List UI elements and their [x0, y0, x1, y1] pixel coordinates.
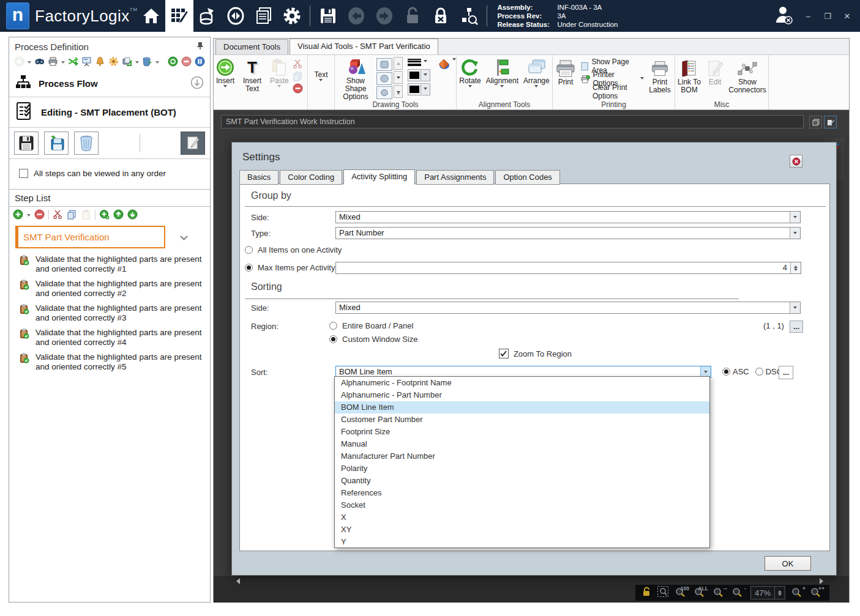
- gear-icon[interactable]: [108, 56, 119, 67]
- materials-button[interactable]: [193, 0, 222, 32]
- sort-option[interactable]: Socket: [335, 499, 709, 511]
- sort-option[interactable]: Alphanumeric - Part Number: [335, 389, 709, 401]
- zoom-all-button[interactable]: ALL: [694, 587, 707, 599]
- dsc-radio[interactable]: [755, 368, 763, 376]
- copy-ribbon-icon[interactable]: [293, 71, 303, 81]
- groupby-side-select[interactable]: Mixed: [335, 211, 801, 223]
- sort-option[interactable]: Manual: [335, 438, 709, 450]
- zoom-level-input[interactable]: 47%: [750, 586, 785, 599]
- shuffle-icon[interactable]: [68, 56, 78, 67]
- settings-tab[interactable]: Basics: [239, 170, 279, 185]
- minimize-button[interactable]: –: [802, 12, 813, 21]
- all-items-radio[interactable]: [245, 246, 253, 254]
- undo-button[interactable]: [342, 0, 370, 32]
- zoom-to-region-checkbox[interactable]: [499, 349, 509, 358]
- print-dropdown-caret[interactable]: [61, 61, 65, 65]
- presentation-icon[interactable]: [81, 56, 92, 67]
- sync-button[interactable]: [222, 0, 250, 32]
- paste-icon[interactable]: [81, 209, 91, 220]
- sort-option[interactable]: Customer Part Number: [335, 414, 709, 426]
- horizontal-scrollbar[interactable]: [231, 576, 828, 585]
- sort-option[interactable]: Manufacturer Part Number: [335, 450, 709, 462]
- copy-layout-icon[interactable]: [809, 116, 822, 128]
- entire-board-radio[interactable]: [329, 322, 337, 330]
- step-list-item[interactable]: Validate that the highlighted parts are …: [9, 351, 210, 373]
- copy-icon[interactable]: [67, 209, 77, 220]
- edit-title-icon[interactable]: [824, 116, 837, 128]
- recycle-icon[interactable]: [142, 56, 152, 67]
- step-list-item[interactable]: Validate that the highlighted parts are …: [9, 278, 210, 300]
- ribbon-tab[interactable]: Document Tools: [215, 39, 288, 54]
- alignment-button[interactable]: Alignment: [484, 56, 521, 91]
- rotate-button[interactable]: Rotate: [457, 56, 483, 91]
- sort-option[interactable]: XY: [335, 524, 709, 536]
- sort-option[interactable]: Alphanumeric - Footprint Name: [335, 377, 709, 389]
- settings-gear-button[interactable]: [278, 0, 306, 32]
- zoom-in-fast-button[interactable]: ++: [810, 587, 823, 599]
- bell-icon[interactable]: [95, 56, 105, 67]
- shape-rounded-button[interactable]: [376, 72, 392, 85]
- sort-option[interactable]: X: [335, 511, 709, 524]
- recycle-dropdown-caret[interactable]: [155, 61, 159, 65]
- line-color-picker[interactable]: [408, 69, 430, 81]
- cut-icon[interactable]: [53, 209, 63, 220]
- save-button[interactable]: [314, 0, 342, 32]
- ribbon-tab[interactable]: Visual Aid Tools - SMT Part Verificatio: [290, 39, 438, 54]
- format-painter-button[interactable]: [436, 56, 456, 70]
- print-icon[interactable]: [48, 56, 58, 67]
- documents-button[interactable]: [250, 0, 278, 32]
- step-list-item[interactable]: Validate that the highlighted parts are …: [9, 327, 210, 349]
- pan-lock-icon[interactable]: [641, 586, 651, 599]
- find-icon[interactable]: [34, 56, 45, 67]
- show-connectors-button[interactable]: Show Connectors: [725, 56, 769, 95]
- marquee-zoom-icon[interactable]: [657, 585, 669, 600]
- process-flow-header[interactable]: Process Flow: [9, 70, 210, 97]
- zoom-spinner[interactable]: [774, 587, 785, 599]
- sort-option[interactable]: Footprint Size: [335, 426, 709, 438]
- settings-tab[interactable]: Activity Splitting: [343, 169, 415, 185]
- arrange-button[interactable]: Arrange: [521, 56, 552, 91]
- text-button[interactable]: Text: [312, 70, 330, 84]
- export-dropdown-caret[interactable]: [135, 61, 139, 65]
- redo-button[interactable]: [370, 0, 398, 32]
- settings-tab[interactable]: Part Assignments: [416, 170, 494, 185]
- shape-scroll-up[interactable]: [394, 57, 403, 70]
- pause-icon[interactable]: [195, 56, 205, 67]
- collapse-icon[interactable]: [190, 76, 204, 91]
- shape-square-button[interactable]: [376, 58, 392, 71]
- fill-color-picker[interactable]: [408, 83, 430, 95]
- sort-option[interactable]: Polarity: [335, 462, 709, 475]
- groupby-type-select[interactable]: Part Number: [335, 227, 801, 239]
- close-button[interactable]: ✕: [842, 12, 853, 21]
- cut-ribbon-icon[interactable]: [293, 59, 303, 69]
- scroll-left-arrow[interactable]: [232, 577, 241, 584]
- region-more-button[interactable]: ...: [790, 321, 803, 333]
- settings-tab[interactable]: Color Coding: [280, 170, 342, 185]
- maximize-button[interactable]: ❒: [822, 12, 833, 21]
- move-up-icon[interactable]: [113, 209, 124, 220]
- stop-icon[interactable]: [181, 56, 192, 67]
- settings-tab[interactable]: Option Codes: [495, 170, 560, 185]
- scroll-right-arrow[interactable]: [818, 577, 827, 584]
- line-style-button[interactable]: [408, 58, 430, 67]
- shape-more[interactable]: [394, 85, 403, 98]
- print-labels-button[interactable]: Print Labels: [645, 56, 675, 95]
- zoom-out-fast-button[interactable]: --: [712, 587, 726, 599]
- move-down-icon[interactable]: [127, 209, 138, 220]
- step-list-item[interactable]: Validate that the highlighted parts are …: [9, 302, 210, 324]
- custom-window-radio[interactable]: [329, 335, 337, 343]
- export-icon[interactable]: [122, 56, 132, 67]
- max-items-spinner[interactable]: [790, 262, 801, 273]
- zoom-100-button[interactable]: 100: [675, 587, 688, 599]
- lock-revision-button[interactable]: [427, 0, 455, 32]
- sort-more-button[interactable]: ...: [779, 366, 793, 379]
- clear-print-options-button[interactable]: Clear Print Options: [581, 86, 644, 98]
- paste-button[interactable]: Paste: [267, 56, 291, 91]
- delete-button[interactable]: [74, 132, 99, 155]
- zoom-out-button[interactable]: -: [731, 587, 745, 599]
- dialog-close-button[interactable]: [790, 155, 802, 168]
- sort-option[interactable]: BOM Line Item: [335, 401, 709, 414]
- add-dropdown-caret[interactable]: [28, 61, 31, 65]
- zoom-in-button[interactable]: +: [791, 587, 804, 599]
- ok-button[interactable]: OK: [765, 556, 811, 571]
